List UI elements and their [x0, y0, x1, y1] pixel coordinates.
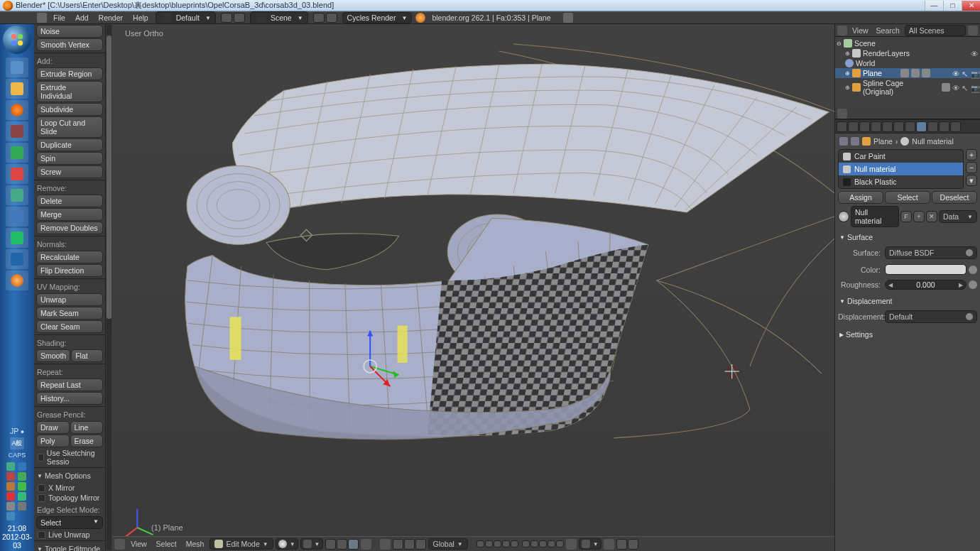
tray-icon[interactable] [18, 472, 26, 481]
outliner-view-menu[interactable]: View [849, 26, 871, 35]
mode-select[interactable]: Edit Mode▼ [209, 538, 273, 550]
tool-extrude-individual[interactable]: Extrude Individual [36, 81, 103, 102]
manipulator-toggle[interactable] [380, 539, 391, 550]
layout-add-button[interactable] [221, 13, 232, 23]
material-slot[interactable]: Null material [839, 163, 963, 175]
tab-constraints[interactable] [882, 121, 893, 132]
scene-remove-button[interactable] [326, 13, 337, 23]
menu-help[interactable]: Help [128, 13, 153, 22]
editor-type-icon[interactable] [837, 26, 847, 36]
material-browse-icon[interactable] [838, 211, 849, 222]
toolshelf-scrollbar[interactable] [106, 24, 112, 551]
remove-material-button[interactable]: − [966, 162, 977, 173]
tool-delete[interactable]: Delete [36, 195, 103, 207]
add-material-button[interactable]: + [966, 149, 977, 160]
outliner-search-menu[interactable]: Search [873, 26, 903, 35]
task-icon-4[interactable] [6, 121, 28, 141]
minimize-button[interactable]: — [925, 1, 943, 11]
live-unwrap-check[interactable]: Live Unwrap [38, 530, 102, 539]
roughness-node-socket[interactable] [969, 280, 977, 289]
tool-smooth-vertex[interactable]: Smooth Vertex [36, 38, 103, 51]
material-slot-list[interactable]: Car Paint Null material Black Plastic [838, 149, 964, 189]
tray-icon[interactable] [6, 462, 15, 471]
task-icon-8[interactable] [6, 207, 28, 227]
fullscreen-icon[interactable] [563, 13, 573, 23]
tab-particles[interactable] [939, 121, 949, 132]
tray-icon[interactable] [6, 482, 15, 491]
surface-shader-select[interactable]: Diffuse BSDF [885, 246, 977, 259]
deselect-button[interactable]: Deselect [932, 191, 977, 204]
outliner-item-renderlayers[interactable]: ⊕ RenderLayers 👁 [835, 48, 980, 58]
translate-manip[interactable] [393, 539, 403, 550]
tool-merge[interactable]: Merge [36, 208, 103, 221]
tray-icon[interactable] [6, 472, 15, 481]
opengl-still-icon[interactable] [616, 539, 627, 550]
unlink-material-button[interactable]: ✕ [926, 211, 937, 222]
assign-button[interactable]: Assign [838, 191, 883, 204]
task-icon-1[interactable] [6, 58, 28, 77]
tray-icon[interactable] [18, 492, 26, 501]
edge-select-mode[interactable] [337, 539, 347, 550]
tray-icon[interactable] [18, 462, 26, 471]
pin-icon[interactable] [839, 137, 848, 146]
outliner-item-world[interactable]: World [835, 58, 980, 68]
tray-icon[interactable] [18, 502, 26, 511]
task-icon-7[interactable] [6, 185, 28, 205]
tab-texture[interactable] [927, 121, 938, 132]
menu-file[interactable]: File [48, 13, 70, 22]
start-button[interactable] [3, 26, 31, 54]
scale-manip[interactable] [415, 539, 426, 550]
pivot-select[interactable]: ▼ [300, 538, 323, 550]
tab-scene[interactable] [848, 121, 859, 132]
cursor-icon[interactable]: ↖ [962, 84, 969, 92]
material-menu-button[interactable]: ▾ [966, 175, 977, 186]
outliner-filter-select[interactable]: All Scenes [905, 25, 966, 36]
new-material-button[interactable]: + [913, 211, 925, 222]
maximize-button[interactable]: □ [943, 1, 962, 11]
tab-data[interactable] [905, 121, 915, 132]
color-node-socket[interactable] [969, 266, 977, 274]
material-link-select[interactable]: Data▼ [939, 210, 977, 223]
task-icon-5[interactable] [6, 143, 28, 163]
gp-poly[interactable]: Poly [36, 435, 70, 447]
displacement-select[interactable]: Default [885, 310, 977, 323]
editor-type-icon[interactable] [837, 109, 847, 119]
tool-spin[interactable]: Spin [36, 152, 103, 165]
tool-screw[interactable]: Screw [36, 165, 103, 178]
close-button[interactable]: ✕ [962, 1, 980, 11]
tool-shading-smooth[interactable]: Smooth [36, 349, 70, 362]
menu-render[interactable]: Render [94, 13, 128, 22]
tool-clear-seam[interactable]: Clear Seam [36, 320, 103, 333]
viewport-shading-select[interactable]: ▼ [276, 538, 298, 550]
tool-unwrap[interactable]: Unwrap [36, 293, 103, 306]
tray-icon[interactable] [6, 502, 15, 511]
surface-panel-header[interactable]: Surface [838, 231, 977, 243]
task-icon-9[interactable] [6, 228, 28, 248]
layer-buttons[interactable] [477, 540, 564, 547]
material-slot[interactable]: Black Plastic [839, 175, 963, 188]
color-swatch[interactable] [885, 264, 967, 275]
restrict-icon[interactable]: 👁 [971, 50, 979, 58]
tool-duplicate[interactable]: Duplicate [36, 138, 103, 151]
task-icon-firefox[interactable] [6, 100, 28, 120]
taskbar-clock[interactable]: 21:08 2012-03-03 [0, 523, 34, 551]
tab-material[interactable] [916, 121, 927, 132]
x-mirror-check[interactable]: X Mirror [38, 484, 102, 492]
3d-viewport[interactable]: User Ortho [112, 24, 834, 551]
task-icon-10[interactable] [6, 249, 28, 269]
tray-icon[interactable] [6, 492, 15, 501]
tab-render[interactable] [837, 121, 847, 132]
tab-modifiers[interactable] [893, 121, 904, 132]
render-icon[interactable]: 📷 [971, 70, 979, 77]
outliner-item-scene[interactable]: ⊖ Scene [835, 38, 980, 48]
menu-add[interactable]: Add [70, 13, 94, 22]
scene-select[interactable]: Scene ▼ [250, 11, 308, 24]
layout-remove-button[interactable] [234, 13, 245, 23]
render-engine-select[interactable]: Cycles Render ▼ [342, 12, 413, 23]
limit-selection-icon[interactable] [361, 539, 371, 550]
menu-mesh[interactable]: Mesh [183, 540, 208, 548]
outliner-item-plane[interactable]: ⊕ Plane 👁↖📷 [835, 68, 980, 78]
tray-icon[interactable] [18, 482, 26, 491]
editor-type-icon[interactable] [114, 539, 125, 550]
render-icon[interactable]: 📷 [971, 84, 979, 92]
